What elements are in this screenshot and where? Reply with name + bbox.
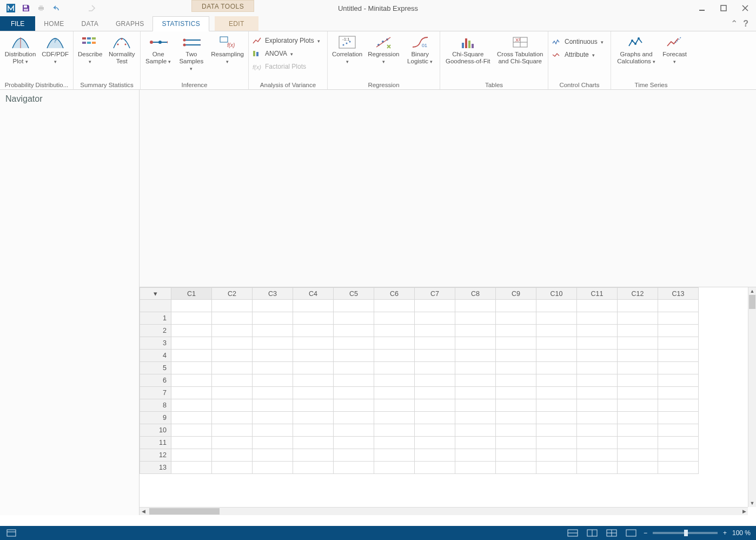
data-cell[interactable] — [577, 362, 618, 374]
statusbar-view-icon[interactable] — [4, 528, 18, 538]
data-cell[interactable] — [171, 374, 212, 387]
data-cell[interactable] — [374, 449, 415, 462]
data-cell[interactable] — [293, 337, 334, 350]
column-name-cell[interactable] — [496, 300, 536, 312]
data-cell[interactable] — [253, 437, 293, 449]
data-cell[interactable] — [334, 412, 374, 424]
view-mode-3-button[interactable] — [605, 528, 619, 538]
data-cell[interactable] — [415, 399, 455, 412]
data-cell[interactable] — [374, 437, 415, 449]
data-cell[interactable] — [334, 387, 374, 399]
data-cell[interactable] — [293, 449, 334, 462]
data-cell[interactable] — [496, 462, 536, 474]
row-header[interactable]: 11 — [140, 437, 171, 449]
normality-test-button[interactable]: Normality Test — [107, 34, 137, 66]
data-cell[interactable] — [496, 337, 536, 350]
data-cell[interactable] — [171, 312, 212, 325]
minimize-button[interactable] — [691, 1, 713, 16]
data-cell[interactable] — [171, 399, 212, 412]
distribution-plot-button[interactable]: Distribution Plot — [3, 34, 37, 66]
data-cell[interactable] — [455, 412, 496, 424]
scroll-right-icon[interactable]: ▶ — [740, 508, 748, 515]
data-cell[interactable] — [455, 449, 496, 462]
column-name-cell[interactable] — [415, 300, 455, 312]
data-cell[interactable] — [253, 325, 293, 337]
data-cell[interactable] — [536, 424, 577, 437]
data-cell[interactable] — [658, 424, 699, 437]
data-cell[interactable] — [171, 337, 212, 350]
data-cell[interactable] — [171, 412, 212, 424]
column-header[interactable]: C2 — [212, 288, 253, 300]
data-cell[interactable] — [618, 362, 658, 374]
column-name-cell[interactable] — [212, 300, 253, 312]
row-header[interactable]: 12 — [140, 449, 171, 462]
horizontal-scroll-thumb[interactable] — [149, 508, 220, 515]
data-cell[interactable] — [334, 325, 374, 337]
view-mode-2-button[interactable] — [585, 528, 599, 538]
data-cell[interactable] — [658, 350, 699, 362]
data-cell[interactable] — [658, 374, 699, 387]
data-cell[interactable] — [334, 449, 374, 462]
data-cell[interactable] — [496, 312, 536, 325]
row-header[interactable]: 2 — [140, 325, 171, 337]
data-cell[interactable] — [577, 399, 618, 412]
column-header[interactable]: C13 — [658, 288, 699, 300]
data-cell[interactable] — [536, 399, 577, 412]
data-cell[interactable] — [496, 387, 536, 399]
data-cell[interactable] — [212, 387, 253, 399]
row-header[interactable]: 4 — [140, 350, 171, 362]
data-cell[interactable] — [374, 312, 415, 325]
data-cell[interactable] — [496, 412, 536, 424]
column-header[interactable]: C10 — [536, 288, 577, 300]
data-cell[interactable] — [415, 449, 455, 462]
data-cell[interactable] — [618, 399, 658, 412]
data-cell[interactable] — [253, 374, 293, 387]
data-cell[interactable] — [171, 424, 212, 437]
view-mode-4-button[interactable] — [624, 528, 638, 538]
row-header[interactable]: 5 — [140, 362, 171, 374]
data-cell[interactable] — [212, 325, 253, 337]
data-cell[interactable] — [334, 312, 374, 325]
output-pane[interactable] — [140, 90, 756, 287]
data-cell[interactable] — [374, 374, 415, 387]
save-button[interactable] — [18, 1, 34, 16]
data-cell[interactable] — [374, 337, 415, 350]
data-cell[interactable] — [253, 399, 293, 412]
data-cell[interactable] — [212, 462, 253, 474]
help-icon[interactable]: ? — [743, 19, 748, 29]
data-cell[interactable] — [374, 387, 415, 399]
data-cell[interactable] — [618, 449, 658, 462]
data-cell[interactable] — [171, 350, 212, 362]
row-header[interactable]: 10 — [140, 424, 171, 437]
scroll-up-icon[interactable]: ▲ — [748, 287, 756, 295]
data-cell[interactable] — [293, 387, 334, 399]
regression-button[interactable]: Regression — [367, 34, 400, 66]
data-cell[interactable] — [618, 387, 658, 399]
exploratory-plots-button[interactable]: Exploratory Plots — [252, 35, 320, 47]
worksheet-grid[interactable]: ▾C1C2C3C4C5C6C7C8C9C10C11C12C13123456789… — [140, 287, 756, 515]
data-cell[interactable] — [536, 412, 577, 424]
data-cell[interactable] — [455, 337, 496, 350]
column-header[interactable]: C7 — [415, 288, 455, 300]
data-cell[interactable] — [577, 387, 618, 399]
data-cell[interactable] — [253, 350, 293, 362]
zoom-in-button[interactable]: + — [723, 529, 727, 537]
data-cell[interactable] — [496, 362, 536, 374]
data-cell[interactable] — [536, 374, 577, 387]
column-name-cell[interactable] — [455, 300, 496, 312]
data-cell[interactable] — [577, 437, 618, 449]
column-header[interactable]: C4 — [293, 288, 334, 300]
data-cell[interactable] — [536, 387, 577, 399]
tab-home[interactable]: HOME — [35, 16, 72, 31]
data-cell[interactable] — [212, 312, 253, 325]
column-header[interactable]: C11 — [577, 288, 618, 300]
correlation-button[interactable]: -1:1 Correlation — [331, 34, 363, 66]
data-cell[interactable] — [577, 312, 618, 325]
column-name-cell[interactable] — [536, 300, 577, 312]
data-cell[interactable] — [293, 462, 334, 474]
data-cell[interactable] — [212, 374, 253, 387]
row-header[interactable]: 8 — [140, 399, 171, 412]
data-cell[interactable] — [415, 412, 455, 424]
column-name-cell[interactable] — [253, 300, 293, 312]
data-cell[interactable] — [212, 437, 253, 449]
